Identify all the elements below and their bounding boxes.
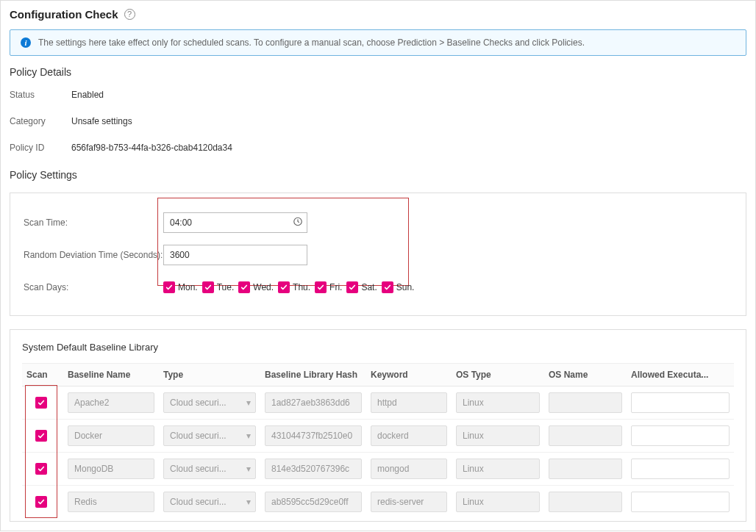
type-select[interactable]: Cloud securi...▾ (163, 392, 256, 413)
scan-time-input[interactable] (163, 212, 307, 233)
category-label: Category (10, 116, 71, 126)
policy-settings-box: Scan Time: Random Deviation Time (Second… (10, 193, 746, 316)
os-type: Linux (456, 392, 540, 413)
policyid-label: Policy ID (10, 143, 71, 153)
scan-checkbox[interactable] (35, 397, 47, 409)
category-value: Unsafe settings (71, 116, 132, 126)
baseline-table: Scan Baseline Name Type Baseline Library… (22, 363, 734, 518)
baseline-keyword: httpd (371, 392, 447, 413)
day-4: Fri. (315, 281, 342, 293)
day-checkbox[interactable] (163, 281, 175, 293)
info-banner-text: The settings here take effect only for s… (38, 37, 585, 48)
os-name (549, 392, 622, 413)
page-title: Configuration Check ? (10, 4, 746, 29)
help-icon[interactable]: ? (124, 9, 135, 20)
policy-details-heading: Policy Details (10, 66, 746, 78)
os-type: Linux (456, 459, 540, 479)
baseline-keyword: dockerd (371, 425, 447, 446)
baseline-name: Apache2 (68, 392, 154, 413)
day-label: Sat. (361, 282, 377, 292)
day-checkbox[interactable] (202, 281, 214, 293)
table-row: Apache2Cloud securi...▾1ad827aeb3863dd6h… (22, 387, 734, 420)
type-select[interactable]: Cloud securi...▾ (163, 492, 256, 512)
os-type: Linux (456, 425, 540, 446)
allowed-executable-input[interactable] (631, 459, 730, 479)
os-name (549, 492, 622, 512)
baseline-name: Docker (68, 425, 154, 446)
clock-icon[interactable] (293, 217, 303, 229)
col-type: Type (159, 364, 260, 387)
day-label: Fri. (329, 282, 342, 292)
baseline-library-box: System Default Baseline Library Scan Bas… (10, 329, 746, 522)
col-osname: OS Name (544, 364, 627, 387)
col-keyword: Keyword (366, 364, 452, 387)
chevron-down-icon: ▾ (246, 492, 251, 511)
type-select-value: Cloud securi... (170, 497, 227, 507)
table-row: MongoDBCloud securi...▾814e3d520767396cm… (22, 453, 734, 486)
baseline-keyword: mongod (371, 459, 447, 479)
scan-checkbox[interactable] (35, 430, 47, 442)
day-checkbox[interactable] (238, 281, 250, 293)
allowed-executable-input[interactable] (631, 492, 730, 512)
deviation-label: Random Deviation Time (Seconds): (24, 250, 163, 260)
col-scan: Scan (22, 364, 63, 387)
day-label: Mon. (178, 282, 198, 292)
chevron-down-icon: ▾ (246, 426, 251, 445)
col-hash: Baseline Library Hash (260, 364, 366, 387)
scan-days-label: Scan Days: (24, 282, 163, 292)
scan-checkbox[interactable] (35, 496, 47, 508)
day-checkbox[interactable] (278, 281, 290, 293)
page-title-text: Configuration Check (10, 8, 118, 21)
info-icon: i (21, 37, 31, 48)
info-banner: i The settings here take effect only for… (10, 29, 746, 56)
os-name (549, 459, 622, 479)
day-checkbox[interactable] (382, 281, 393, 293)
baseline-name: MongoDB (68, 459, 154, 479)
status-value: Enabled (71, 90, 104, 100)
col-exec: Allowed Executa... (627, 364, 734, 387)
day-checkbox[interactable] (346, 281, 358, 293)
detail-row-category: Category Unsafe settings (10, 116, 746, 126)
policyid-value: 656faf98-b753-44fa-b326-cbab4120da34 (71, 143, 232, 153)
baseline-keyword: redis-server (371, 492, 447, 512)
day-1: Tue. (202, 281, 235, 293)
status-label: Status (10, 90, 71, 100)
baseline-hash: 814e3d520767396c (265, 459, 362, 479)
chevron-down-icon: ▾ (246, 393, 251, 412)
day-label: Wed. (253, 282, 274, 292)
allowed-executable-input[interactable] (631, 392, 730, 413)
day-label: Sun. (396, 282, 415, 292)
type-select[interactable]: Cloud securi...▾ (163, 459, 256, 479)
table-row: DockerCloud securi...▾431044737fb2510e0d… (22, 420, 734, 453)
col-name: Baseline Name (63, 364, 159, 387)
days-row: Mon.Tue.Wed.Thu.Fri.Sat.Sun. (163, 281, 406, 293)
table-row: RedisCloud securi...▾ab8595cc5d29ce0ffre… (22, 486, 734, 519)
day-0: Mon. (163, 281, 198, 293)
col-ostype: OS Type (452, 364, 544, 387)
type-select-value: Cloud securi... (170, 464, 227, 474)
os-name (549, 425, 622, 446)
day-6: Sun. (382, 281, 415, 293)
baseline-hash: 431044737fb2510e0 (265, 425, 362, 446)
library-heading: System Default Baseline Library (22, 342, 734, 353)
baseline-name: Redis (68, 492, 154, 512)
day-label: Tue. (217, 282, 235, 292)
chevron-down-icon: ▾ (246, 459, 251, 478)
scan-time-label: Scan Time: (24, 218, 163, 228)
type-select[interactable]: Cloud securi...▾ (163, 425, 256, 446)
allowed-executable-input[interactable] (631, 425, 730, 446)
baseline-hash: 1ad827aeb3863dd6 (265, 392, 362, 413)
day-2: Wed. (238, 281, 274, 293)
type-select-value: Cloud securi... (170, 398, 227, 408)
baseline-hash: ab8595cc5d29ce0ff (265, 492, 362, 512)
day-3: Thu. (278, 281, 310, 293)
policy-settings-heading: Policy Settings (10, 169, 746, 181)
os-type: Linux (456, 492, 540, 512)
detail-row-status: Status Enabled (10, 90, 746, 100)
day-label: Thu. (293, 282, 310, 292)
detail-row-policyid: Policy ID 656faf98-b753-44fa-b326-cbab41… (10, 143, 746, 153)
scan-checkbox[interactable] (35, 463, 47, 475)
deviation-input[interactable] (163, 245, 307, 265)
type-select-value: Cloud securi... (170, 431, 227, 441)
day-checkbox[interactable] (315, 281, 327, 293)
